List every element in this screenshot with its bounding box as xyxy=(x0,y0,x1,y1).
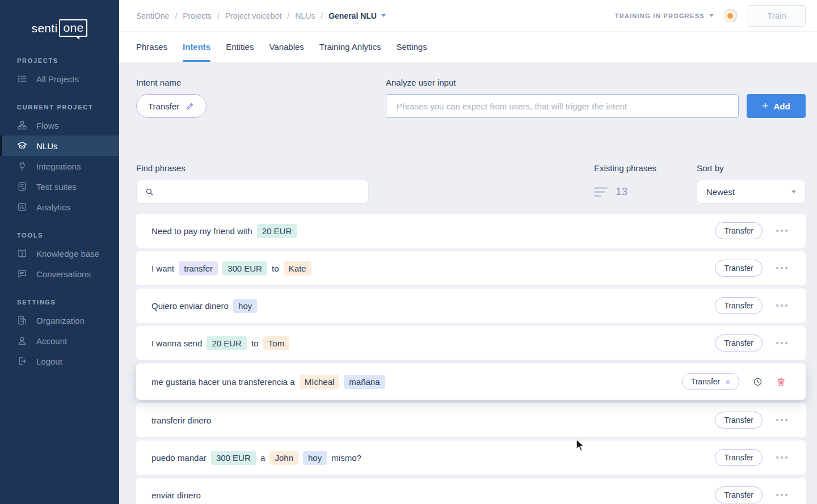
tab-variables[interactable]: Variables xyxy=(269,32,304,62)
row-menu-dots-icon[interactable] xyxy=(776,494,787,496)
row-menu-dots-icon[interactable] xyxy=(776,304,787,307)
sidebar-item-flows[interactable]: Flows xyxy=(0,115,119,135)
search-icon xyxy=(145,187,154,197)
phrase-row[interactable]: enviar dineroTransfer xyxy=(136,478,806,504)
row-menu-dots-icon[interactable] xyxy=(776,419,787,421)
breadcrumb-current-nlu-dropdown[interactable]: General NLU xyxy=(329,11,386,20)
phrase-row[interactable]: transferir dineroTransfer xyxy=(136,403,806,437)
sort-dropdown[interactable]: Newest xyxy=(697,180,806,204)
topbar-right: TRAINING IN PROGRESS Train xyxy=(614,5,806,27)
phrase-row[interactable]: me gustaria hacer una transferencia a MI… xyxy=(136,363,806,400)
search-input[interactable] xyxy=(161,187,360,197)
sidebar-item-nlus[interactable]: NLUs xyxy=(0,135,119,156)
row-intent-pill[interactable]: Transfer xyxy=(715,412,763,429)
chevron-down-icon xyxy=(709,14,714,17)
sidebar-item-knowledge-base[interactable]: Knowledge base xyxy=(0,243,119,264)
flows-icon xyxy=(17,120,27,130)
trash-icon[interactable] xyxy=(776,377,786,387)
phrase-segment: me gustaria hacer una transferencia a xyxy=(151,377,297,387)
phrase-row[interactable]: puedo mandar 300 EUR a Johnhoy mismo?Tra… xyxy=(136,441,806,475)
tab-intents[interactable]: Intents xyxy=(183,32,210,62)
sidebar-item-all-projects[interactable]: All Projects xyxy=(0,69,119,89)
nlus-icon xyxy=(17,141,27,151)
entity-tag-teal[interactable]: 300 EUR xyxy=(211,451,256,465)
entity-tag-peach[interactable]: John xyxy=(269,451,298,465)
tab-training-anlytics[interactable]: Training Anlytics xyxy=(319,32,381,62)
row-menu-dots-icon[interactable] xyxy=(776,230,787,232)
phrase-row[interactable]: I want transfer300 EUR to KateTransfer xyxy=(136,251,806,285)
train-button[interactable]: Train xyxy=(748,5,806,27)
breadcrumb-link[interactable]: Project voicebot xyxy=(225,11,282,20)
sidebar-item-logout[interactable]: Logout xyxy=(0,351,119,371)
training-status-dropdown[interactable]: TRAINING IN PROGRESS xyxy=(614,12,714,19)
phrase-row-actions: Transfer xyxy=(715,222,787,239)
sidebar-item-analytics[interactable]: Analytics xyxy=(0,197,119,217)
remove-intent-icon[interactable]: × xyxy=(725,378,730,386)
row-intent-pill[interactable]: Transfer xyxy=(715,486,763,503)
row-menu-dots-icon[interactable] xyxy=(776,342,787,344)
phrase-row-actions: Transfer xyxy=(715,334,787,351)
row-intent-pill[interactable]: Transfer× xyxy=(682,373,739,390)
analyze-user-input[interactable] xyxy=(386,94,739,118)
row-menu-dots-icon[interactable] xyxy=(776,267,787,269)
organization-icon xyxy=(17,315,27,325)
entity-tag-blue[interactable]: mañana xyxy=(344,375,385,389)
filter-lines-icon xyxy=(594,187,608,197)
phrase-segment: Need to pay my friend with xyxy=(151,226,255,236)
entity-tag-teal[interactable]: 20 EUR xyxy=(257,224,297,238)
entity-tag-peach[interactable]: Kate xyxy=(284,261,311,276)
tab-entities[interactable]: Entities xyxy=(226,32,254,62)
breadcrumb-separator: / xyxy=(217,11,220,20)
section-divider xyxy=(136,135,806,135)
sidebar-section-header: SETTINGS xyxy=(0,299,119,306)
main-panel: SentiOne/Projects/Project voicebot/NLUs/… xyxy=(119,0,817,504)
find-phrases-label: Find phrases xyxy=(136,163,369,174)
sidebar-item-test-suites[interactable]: Test suites xyxy=(0,176,119,197)
breadcrumb-link[interactable]: Projects xyxy=(183,11,212,20)
entity-tag-peach[interactable]: MIcheal xyxy=(300,375,340,389)
entity-tag-peach[interactable]: Tom xyxy=(263,336,289,350)
sidebar-section-header: TOOLS xyxy=(0,232,119,239)
row-intent-pill[interactable]: Transfer xyxy=(715,260,763,277)
breadcrumb-link[interactable]: SentiOne xyxy=(136,11,169,20)
row-intent-pill[interactable]: Transfer xyxy=(715,449,763,466)
phrase-list: Need to pay my friend with 20 EURTransfe… xyxy=(136,214,806,504)
row-intent-pill[interactable]: Transfer xyxy=(715,222,763,239)
sidebar-item-label: NLUs xyxy=(36,141,58,151)
entity-tag-teal[interactable]: 300 EUR xyxy=(222,261,267,276)
tab-settings[interactable]: Settings xyxy=(396,32,427,62)
phrase-row-actions: Transfer xyxy=(715,412,787,429)
phrase-row[interactable]: Quiero enviar dinero hoyTransfer xyxy=(136,289,806,323)
sidebar-item-organization[interactable]: Organization xyxy=(0,310,119,331)
entity-tag-lavender[interactable]: transfer xyxy=(179,261,218,276)
entity-tag-blue[interactable]: hoy xyxy=(233,299,257,313)
clock-icon[interactable] xyxy=(753,377,763,387)
pencil-icon[interactable] xyxy=(186,101,195,111)
sidebar-item-integrations[interactable]: Integrations xyxy=(0,156,119,176)
intent-name-pill[interactable]: Transfer xyxy=(136,94,207,118)
row-menu-dots-icon[interactable] xyxy=(776,456,787,459)
entity-tag-teal[interactable]: 20 EUR xyxy=(207,336,247,350)
row-intent-pill[interactable]: Transfer xyxy=(715,297,763,314)
entity-tag-blue[interactable]: hoy xyxy=(303,451,327,465)
sidebar-item-label: Organization xyxy=(36,316,85,325)
breadcrumb-current-label: General NLU xyxy=(329,11,377,20)
intent-name-label: Intent name xyxy=(136,77,386,88)
existing-phrases-count: 13 xyxy=(616,185,628,198)
sidebar-item-conversations[interactable]: Conversations xyxy=(0,264,119,284)
training-spinner-icon xyxy=(723,9,738,23)
phrase-row[interactable]: I wanna send 20 EUR to TomTransfer xyxy=(136,326,806,360)
add-button[interactable]: + Add xyxy=(747,94,806,118)
row-intent-pill[interactable]: Transfer xyxy=(715,334,763,351)
tab-phrases[interactable]: Phrases xyxy=(136,32,167,62)
sidebar-item-account[interactable]: Account xyxy=(0,331,119,351)
analyze-input-block: Analyze user input + Add xyxy=(386,77,806,118)
chevron-down-icon xyxy=(381,14,386,17)
breadcrumb-link[interactable]: NLUs xyxy=(295,11,315,20)
row-intent-label: Transfer xyxy=(724,301,753,310)
row-intent-label: Transfer xyxy=(724,453,753,462)
intent-section: Intent name Transfer Analyze user input … xyxy=(136,77,806,118)
phrase-text: me gustaria hacer una transferencia a MI… xyxy=(151,375,388,389)
phrase-row[interactable]: Need to pay my friend with 20 EURTransfe… xyxy=(136,214,806,248)
phrase-text: I wanna send 20 EUR to Tom xyxy=(151,336,292,350)
